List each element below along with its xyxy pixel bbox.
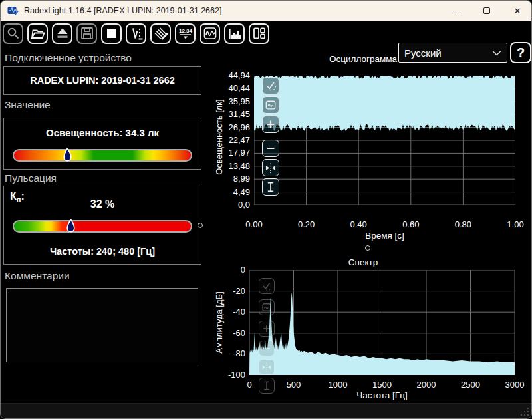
oscillogram-ytick: 26,96 bbox=[211, 122, 250, 132]
oscillogram-ytick: 0,0 bbox=[211, 200, 250, 210]
device-name: RADEX LUPIN: 2019-01-31 2662 bbox=[4, 75, 201, 86]
oscillogram-ytick: 17,97 bbox=[211, 148, 250, 158]
pulsation-section-label: Пульсация bbox=[5, 172, 57, 184]
fit-vertical-icon bbox=[264, 180, 277, 194]
zoom-in-icon bbox=[264, 118, 277, 131]
scale-window-icon bbox=[261, 301, 273, 313]
pulsation-box: Кп: 32 % Частоты: 240; 480 [Гц] bbox=[3, 186, 201, 265]
spectrum-ylabel: Амплитуда [дБ] bbox=[214, 256, 225, 389]
spectrum-xtick: 2000 bbox=[410, 380, 443, 390]
oscillogram-autoscale-button[interactable] bbox=[262, 77, 279, 94]
oscillogram-ytick: 31,45 bbox=[211, 109, 250, 119]
autoscale-icon bbox=[261, 280, 273, 292]
spectrum-zoom-in-button[interactable] bbox=[259, 321, 275, 337]
horizontal-splitter-grip[interactable] bbox=[365, 245, 370, 251]
spectrum-xtick: 2500 bbox=[454, 380, 487, 390]
device-section-label: Подключенное устройство bbox=[5, 52, 132, 64]
vertical-splitter-grip[interactable] bbox=[198, 223, 203, 228]
oscillogram-xtick: 0.20 bbox=[290, 219, 323, 229]
fit-horizontal-icon bbox=[264, 161, 277, 174]
spectrum-ytick: 0 bbox=[209, 265, 245, 275]
oscillogram-ytick: 44,94 bbox=[211, 70, 250, 80]
oscillogram-ytick: 8,99 bbox=[211, 174, 250, 184]
comments-section-label: Комментарии bbox=[5, 270, 70, 282]
statusbar bbox=[1, 403, 532, 419]
spectrum-xtick: 500 bbox=[277, 380, 311, 390]
spectrum-zoom-out-button[interactable] bbox=[259, 341, 275, 356]
zoom-in-icon bbox=[261, 323, 273, 335]
oscillogram-xtick: 0.60 bbox=[394, 219, 428, 229]
spectrum-scale-window-button[interactable] bbox=[259, 299, 275, 315]
oscillogram-scale-window-button[interactable] bbox=[262, 96, 279, 114]
spectrum-ytick: -20 bbox=[209, 286, 245, 296]
oscillogram-fit-vertical-button[interactable] bbox=[262, 178, 279, 196]
oscillogram-zoom-out-button[interactable] bbox=[262, 140, 279, 157]
oscillogram-plot[interactable] bbox=[254, 76, 515, 205]
illuminance-marker-icon bbox=[63, 148, 72, 163]
spectrum-xtick: 1500 bbox=[366, 380, 399, 390]
device-box: RADEX LUPIN: 2019-01-31 2662 bbox=[3, 66, 201, 95]
value-section-label: Значение bbox=[5, 99, 51, 111]
spectrum-ytick: -60 bbox=[209, 328, 245, 338]
spectrum-xtick: 1000 bbox=[321, 380, 354, 390]
pulsation-marker-icon bbox=[66, 219, 75, 234]
illuminance-scale-bar bbox=[13, 149, 192, 162]
oscillogram-xlabel: Время [с] bbox=[254, 231, 515, 241]
oscillogram-ytick: 4,49 bbox=[211, 187, 250, 197]
fit-horizontal-icon bbox=[261, 361, 273, 373]
app-window: RadexLight 1.16.4 [RADEX LUPIN: 2019-01-… bbox=[0, 0, 532, 419]
content-area: Подключенное устройство RADEX LUPIN: 201… bbox=[1, 1, 531, 418]
frequencies-text: Частоты: 240; 480 [Гц] bbox=[4, 246, 201, 257]
zoom-out-icon bbox=[264, 142, 277, 155]
spectrum-xtick: 3000 bbox=[498, 380, 531, 390]
spectrum-fit-vertical-button[interactable] bbox=[259, 378, 275, 394]
scale-window-icon bbox=[264, 98, 277, 112]
spectrum-autoscale-button[interactable] bbox=[259, 278, 275, 294]
kp-value: 32 % bbox=[4, 198, 201, 210]
pulsation-scale-bar bbox=[13, 220, 192, 233]
oscillogram-ytick: 22,47 bbox=[211, 135, 250, 145]
comments-input[interactable] bbox=[6, 288, 198, 362]
oscillogram-fit-horizontal-button[interactable] bbox=[262, 159, 279, 176]
oscillogram-xtick: 0.00 bbox=[237, 219, 271, 229]
value-box: Освещенность: 34.3 лк bbox=[3, 118, 201, 170]
fit-vertical-icon bbox=[261, 380, 273, 392]
autoscale-icon bbox=[264, 79, 277, 92]
resize-grip-icon[interactable] bbox=[519, 406, 530, 417]
spectrum-ytick: -40 bbox=[209, 307, 245, 317]
zoom-out-icon bbox=[261, 343, 273, 354]
oscillogram-xtick: 0.40 bbox=[342, 219, 375, 229]
spectrum-fit-horizontal-button[interactable] bbox=[259, 359, 275, 375]
oscillogram-title: Осциллограмма bbox=[213, 54, 513, 64]
oscillogram-ytick: 13,48 bbox=[211, 161, 250, 171]
oscillogram-ytick: 40,44 bbox=[211, 83, 250, 93]
spectrum-plot[interactable] bbox=[249, 270, 515, 375]
spectrum-title: Спектр bbox=[213, 257, 513, 267]
oscillogram-zoom-in-button[interactable] bbox=[262, 116, 279, 133]
illuminance-reading: Освещенность: 34.3 лк bbox=[4, 127, 201, 138]
spectrum-ytick: -100 bbox=[209, 370, 245, 380]
oscillogram-xtick: 1.00 bbox=[499, 219, 532, 229]
oscillogram-ytick: 35,95 bbox=[211, 96, 250, 106]
oscillogram-xtick: 0.80 bbox=[446, 219, 479, 229]
spectrum-xlabel: Частота [Гц] bbox=[249, 390, 515, 400]
spectrum-ytick: -80 bbox=[209, 349, 245, 358]
